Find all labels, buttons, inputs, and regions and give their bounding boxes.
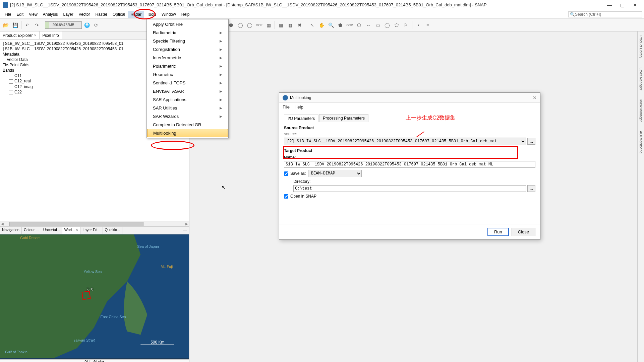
dialog-menu-help[interactable]: Help (294, 104, 303, 110)
radar-menu-item[interactable]: Multilooking (147, 129, 228, 137)
band-icon (9, 74, 13, 78)
tool-icon[interactable]: ◯ (245, 21, 254, 29)
hand-icon[interactable]: ✋ (317, 21, 326, 29)
save-icon[interactable]: 💾 (11, 21, 19, 29)
target-name-input[interactable] (284, 161, 535, 168)
source-select[interactable]: [2] S1B_IW_SLC__1SDV_20190822T095426_201… (284, 138, 526, 145)
footprint-marker[interactable] (81, 291, 91, 300)
tool-icon[interactable]: ▦ (264, 21, 273, 29)
radar-menu-item[interactable]: Sentinel-1 TOPS▶ (147, 79, 228, 87)
grid-icon[interactable]: ▦ (286, 21, 295, 29)
menu-window[interactable]: Window (159, 11, 179, 18)
open-icon[interactable]: 📂 (1, 21, 10, 29)
menu-file[interactable]: File (2, 11, 14, 18)
close-icon[interactable]: ✕ (34, 33, 37, 37)
dialog-close-icon[interactable]: ✕ (533, 95, 537, 100)
radar-menu-item[interactable]: Geometric▶ (147, 70, 228, 79)
undo-icon[interactable]: ↶ (23, 21, 32, 29)
tool-icon[interactable]: ◯ (236, 21, 245, 29)
radar-menu-item[interactable]: Polarimetric▶ (147, 62, 228, 70)
dialog-menu-file[interactable]: File (283, 104, 290, 110)
menu-raster[interactable]: Raster (93, 11, 110, 18)
radar-menu-item[interactable]: SAR Applications▶ (147, 95, 228, 104)
side-tab-aoi-monitoring[interactable]: AOI Monitoring (638, 130, 643, 155)
tab-uncertainty[interactable]: Uncertai··· (41, 227, 62, 234)
tab-pixel-info[interactable]: Pixel Info (40, 31, 62, 39)
maximize-button[interactable]: ▢ (616, 0, 629, 10)
world-map[interactable]: Gobi Desert Sea of Japan Yellow Sea Mt. … (0, 234, 189, 362)
source-label: source: (284, 132, 535, 136)
close-button[interactable]: ✕ (629, 0, 641, 10)
menu-layer[interactable]: Layer (61, 11, 76, 18)
radar-menu-item[interactable]: ENVISAT ASAR▶ (147, 87, 228, 95)
menu-optical[interactable]: Optical (110, 11, 128, 18)
menu-vector[interactable]: Vector (76, 11, 93, 18)
tool-icon[interactable]: ⬟ (336, 21, 345, 29)
close-button[interactable]: Close (512, 228, 535, 236)
menu-radar[interactable]: Radar (128, 11, 144, 18)
tool-icon[interactable]: ≡ (423, 21, 432, 29)
remove-icon[interactable]: ✖ (295, 21, 304, 29)
gcp-icon[interactable]: GCP (345, 21, 354, 29)
tab-navigation[interactable]: Navigation (0, 227, 22, 234)
map-status: Off Globe (0, 359, 189, 362)
menu-analysis[interactable]: Analysis (40, 11, 61, 18)
radar-menu-item[interactable]: Speckle Filtering▶ (147, 37, 228, 45)
tab-quicklook[interactable]: Quicklo··· (103, 227, 123, 234)
radar-menu-item[interactable]: Coregistration▶ (147, 45, 228, 54)
chevron-down-icon[interactable]: ▾ (414, 21, 423, 29)
tool-icon[interactable]: ⬡ (355, 21, 363, 29)
menu-help[interactable]: Help (179, 11, 192, 18)
menu-tools[interactable]: Tools (144, 11, 159, 18)
radar-menu-item[interactable]: Apply Orbit File (147, 20, 228, 28)
tab-processing-parameters[interactable]: Processing Parameters (319, 114, 368, 122)
search-input[interactable] (575, 12, 635, 17)
memory-indicator[interactable]: 296.8/4782MB (45, 21, 82, 29)
poly-icon[interactable]: ⬠ (392, 21, 401, 29)
pointer-icon[interactable]: ↖ (308, 21, 316, 29)
close-icon[interactable]: ✕ (75, 228, 78, 232)
radar-menu-item[interactable]: Radiometric▶ (147, 28, 228, 37)
browse-directory-button[interactable]: ... (527, 185, 535, 192)
footprint-label: 2) 1) (86, 287, 94, 291)
refresh-icon[interactable]: ⟳ (92, 21, 101, 29)
grid-icon[interactable]: ▩ (277, 21, 285, 29)
save-as-checkbox[interactable] (284, 171, 288, 176)
scroll-thumb[interactable] (9, 222, 143, 226)
menu-edit[interactable]: Edit (14, 11, 26, 18)
circle-icon[interactable]: ◯ (383, 21, 392, 29)
redo-icon[interactable]: ↷ (33, 21, 41, 29)
scrollbar-horizontal[interactable]: ◀ ▶ (0, 221, 189, 226)
open-in-snap-checkbox[interactable] (284, 194, 288, 199)
rect-icon[interactable]: ▭ (373, 21, 382, 29)
tab-worldmap[interactable]: Worl···✕ (62, 227, 81, 234)
side-tab-product-library[interactable]: Product Library (638, 34, 643, 60)
radar-menu-item[interactable]: SAR Utilities▶ (147, 104, 228, 112)
search-box[interactable]: 🔍 (568, 11, 642, 17)
side-tab-layer-manager[interactable]: Layer Manager (638, 66, 643, 91)
zoom-icon[interactable]: 🔍 (327, 21, 335, 29)
scroll-left-icon[interactable]: ◀ (0, 222, 5, 226)
tab-layer-editor[interactable]: Layer Ed··· (80, 227, 103, 234)
globe-icon[interactable]: 🌐 (82, 21, 91, 29)
save-as-format-select[interactable]: BEAM-DIMAP (308, 170, 362, 177)
collapse-icon[interactable]: — (181, 227, 189, 234)
tab-product-explorer[interactable]: Product Explorer✕ (0, 31, 40, 39)
dialog-titlebar[interactable]: Multilooking ✕ (279, 93, 540, 103)
menubar: File Edit View Analysis Layer Vector Ras… (0, 10, 644, 19)
menu-view[interactable]: View (26, 11, 40, 18)
run-button[interactable]: Run (487, 228, 509, 236)
minimize-button[interactable]: — (603, 0, 616, 10)
gcp-icon[interactable]: GCP (255, 21, 264, 29)
radar-menu-item[interactable]: SAR Wizards▶ (147, 112, 228, 121)
radar-menu-item[interactable]: Interferometric▶ (147, 54, 228, 62)
tab-io-parameters[interactable]: I/O Parameters (284, 115, 318, 122)
flag-icon[interactable]: 🏳 (402, 21, 410, 29)
directory-input[interactable] (293, 185, 526, 192)
scroll-right-icon[interactable]: ▶ (184, 222, 189, 226)
range-icon[interactable]: ↔ (364, 21, 373, 29)
radar-menu-item[interactable]: Complex to Detected GR (147, 121, 228, 129)
side-tab-mask-manager[interactable]: Mask Manager (638, 98, 643, 123)
browse-button[interactable]: ... (527, 138, 535, 145)
tab-colour[interactable]: Colour ··· (22, 227, 41, 234)
